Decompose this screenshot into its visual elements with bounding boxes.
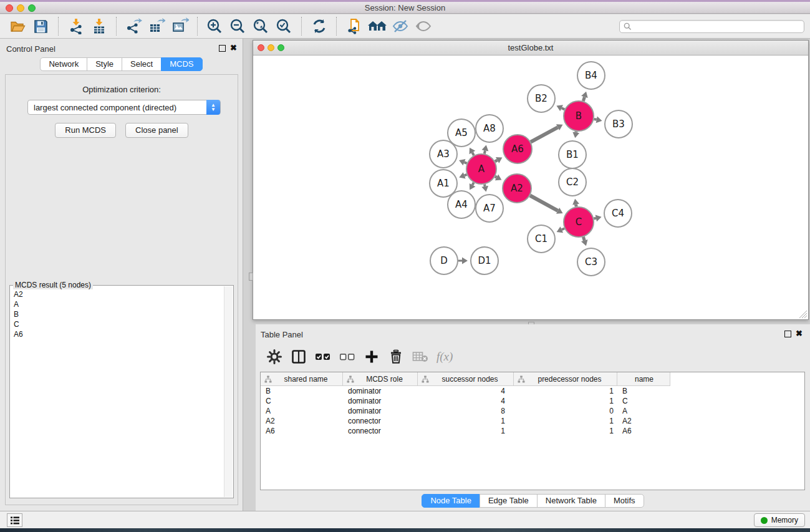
graph-node-D[interactable]: D	[430, 247, 458, 274]
network-canvas[interactable]: AA6A2BCA1A3A4A5A7A8B1B2B3B4C1C2C3C4DD1	[253, 56, 808, 319]
apply-function-icon[interactable]: f(x)	[436, 349, 453, 365]
graph-edge-C-C4[interactable]	[594, 218, 595, 219]
zoom-fit-icon[interactable]	[249, 16, 272, 36]
table-row[interactable]: A2connector11A2	[261, 416, 804, 426]
graph-edge-A-A6[interactable]	[495, 160, 498, 162]
float-icon[interactable]	[219, 45, 226, 52]
import-network-icon[interactable]	[64, 16, 87, 36]
apply-layout-icon[interactable]	[307, 16, 330, 36]
list-item[interactable]: B	[11, 309, 224, 319]
tab-network[interactable]: Network	[40, 57, 87, 71]
graph-node-C4[interactable]: C4	[604, 200, 632, 227]
zoom-in-icon[interactable]	[203, 16, 226, 36]
close-icon[interactable]: ✖	[796, 330, 803, 337]
graph-edge-A-A3[interactable]	[465, 162, 467, 163]
graph-node-C3[interactable]: C3	[577, 248, 605, 276]
graph-edge-A-A8[interactable]	[485, 150, 485, 153]
toggle-panes-icon[interactable]	[291, 349, 307, 365]
tab-node-table[interactable]: Node Table	[422, 494, 480, 508]
graph-edge-A-A4[interactable]	[473, 183, 474, 185]
graph-node-B4[interactable]: B4	[577, 62, 605, 89]
graph-node-A3[interactable]: A3	[430, 140, 457, 168]
graph-node-B3[interactable]: B3	[605, 110, 632, 138]
graph-node-A7[interactable]: A7	[476, 195, 503, 222]
graph-edge-B-B2[interactable]	[562, 108, 565, 109]
graph-edge-A2-C[interactable]	[530, 195, 558, 210]
graph-node-D1[interactable]: D1	[471, 247, 498, 274]
graph-node-B[interactable]: B	[564, 101, 594, 131]
column-header[interactable]: MCDS role	[343, 372, 418, 386]
list-item[interactable]: C	[11, 319, 224, 329]
graph-edge-B-B4[interactable]	[583, 97, 584, 101]
graph-edge-A6-B[interactable]	[531, 127, 557, 142]
zoom-selected-icon[interactable]	[272, 16, 296, 36]
zoom-out-icon[interactable]	[226, 16, 249, 36]
show-all-eye-icon[interactable]	[412, 16, 435, 36]
graph-edge-C-C3[interactable]	[583, 237, 584, 241]
graph-node-A5[interactable]: A5	[448, 119, 475, 147]
delete-table-icon[interactable]	[412, 349, 428, 365]
hide-selected-eye-icon[interactable]	[388, 16, 412, 36]
list-item[interactable]: A6	[11, 329, 224, 339]
graph-node-B1[interactable]: B1	[559, 141, 586, 168]
export-table-icon[interactable]	[145, 16, 168, 36]
network-from-selection-icon[interactable]	[342, 16, 365, 36]
column-header[interactable]: name	[617, 372, 670, 386]
graph-edge-C-C1[interactable]	[562, 228, 564, 230]
float-icon[interactable]	[784, 331, 791, 337]
table-row[interactable]: Cdominator41C	[261, 396, 804, 406]
close-panel-button[interactable]: Close panel	[125, 123, 188, 138]
list-item[interactable]: A2	[11, 289, 224, 299]
table-row[interactable]: Bdominator41B	[261, 386, 804, 396]
graph-edge-A-A5[interactable]	[472, 153, 474, 156]
home-icon[interactable]	[365, 16, 388, 36]
table-row[interactable]: Adominator80A	[261, 406, 804, 416]
deselect-all-icon[interactable]	[339, 349, 355, 365]
graph-edge-A-A1[interactable]	[465, 175, 467, 175]
list-item[interactable]: A	[11, 299, 224, 309]
delete-column-trash-icon[interactable]	[388, 349, 404, 365]
graph-node-A[interactable]: A	[466, 154, 496, 184]
open-session-icon[interactable]	[6, 16, 29, 36]
graph-node-A8[interactable]: A8	[476, 115, 503, 142]
graph-node-A6[interactable]: A6	[503, 135, 532, 163]
table-settings-gear-icon[interactable]	[266, 349, 282, 365]
graph-edge-C-C2[interactable]	[576, 205, 577, 207]
graph-edge-B-B3[interactable]	[594, 119, 596, 120]
graph-node-B2[interactable]: B2	[528, 85, 555, 112]
column-header[interactable]: shared name	[261, 372, 343, 386]
task-history-button[interactable]	[7, 513, 22, 527]
graph-node-C2[interactable]: C2	[559, 168, 586, 196]
tab-select[interactable]: Select	[122, 57, 162, 71]
graph-node-A2[interactable]: A2	[503, 174, 531, 203]
network-window-titlebar[interactable]: testGlobe.txt	[253, 41, 808, 56]
column-header[interactable]: successor nodes	[418, 372, 514, 386]
tab-motifs[interactable]: Motifs	[605, 494, 644, 508]
run-mcds-button[interactable]: Run MCDS	[55, 123, 116, 138]
tab-edge-table[interactable]: Edge Table	[480, 494, 538, 508]
add-column-icon[interactable]	[364, 349, 380, 365]
graph-node-A1[interactable]: A1	[430, 170, 457, 197]
import-table-icon[interactable]	[87, 16, 110, 36]
splitter-handle[interactable]	[249, 273, 253, 281]
tab-network-table[interactable]: Network Table	[537, 494, 605, 508]
tab-style[interactable]: Style	[87, 57, 122, 71]
search-input[interactable]	[632, 21, 804, 32]
graph-edge-A-A2[interactable]	[495, 177, 497, 177]
resize-grip-icon[interactable]	[799, 311, 808, 319]
criterion-dropdown[interactable]: largest connected component (directed) ▲…	[27, 100, 221, 115]
graph-node-C[interactable]: C	[564, 207, 594, 237]
tab-mcds[interactable]: MCDS	[161, 57, 202, 71]
graph-node-A4[interactable]: A4	[448, 191, 475, 218]
network-graph[interactable]: AA6A2BCA1A3A4A5A7A8B1B2B3B4C1C2C3C4DD1	[253, 56, 808, 319]
search-field[interactable]	[619, 20, 804, 33]
memory-button[interactable]: Memory	[754, 513, 805, 527]
close-icon[interactable]: ✖	[230, 44, 237, 51]
graph-node-C1[interactable]: C1	[528, 225, 555, 253]
result-scrollbar[interactable]	[224, 286, 233, 497]
table-row[interactable]: A6connector11A6	[261, 426, 804, 436]
select-all-icon[interactable]	[315, 349, 331, 365]
export-image-icon[interactable]	[168, 16, 191, 36]
graph-edge-A-A7[interactable]	[485, 184, 485, 186]
export-network-icon[interactable]	[122, 16, 145, 36]
